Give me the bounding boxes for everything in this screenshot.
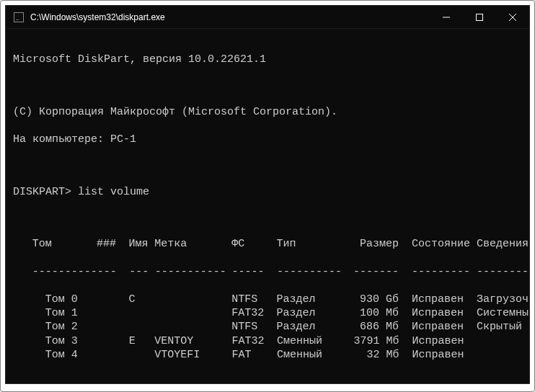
banner-line: Microsoft DiskPart, версия 10.0.22621.1 xyxy=(13,53,522,66)
table-row: Том 1FAT32Раздел100 MбИсправенСистемны xyxy=(13,306,522,320)
computer-line: На компьютере: PC-1 xyxy=(13,133,522,146)
window-title: C:\Windows\system32\diskpart.exe xyxy=(30,12,165,22)
svg-text:_: _ xyxy=(15,14,19,21)
command-1: list volume xyxy=(78,186,149,198)
copyright-line: (C) Корпорация Майкрософт (Microsoft Cor… xyxy=(13,105,522,119)
table-row: Том 2NTFSРаздел686 MбИсправенСкрытый xyxy=(13,320,522,334)
svg-rect-3 xyxy=(477,14,483,20)
app-icon: _ xyxy=(13,12,25,23)
table-row: Том 0CNTFSРаздел930 GбИсправенЗагрузоч xyxy=(13,293,522,306)
table-row: Том 3EVENTOYFAT32Сменный3791 MбИсправен xyxy=(13,334,522,348)
table-header-row: Том###ИмяМеткаФСТипРазмерСостояниеСведен… xyxy=(13,237,522,251)
terminal-output[interactable]: Microsoft DiskPart, версия 10.0.22621.1 … xyxy=(6,29,529,383)
close-button[interactable] xyxy=(496,6,529,28)
maximize-button[interactable] xyxy=(463,6,496,28)
titlebar[interactable]: _ C:\Windows\system32\diskpart.exe xyxy=(6,6,529,29)
console-window: _ C:\Windows\system32\diskpart.exe Micro… xyxy=(5,5,530,384)
prompt-line-1: DISKPART> list volume xyxy=(13,185,522,199)
table-row: Том 4VTOYEFIFATСменный32 MбИсправен xyxy=(13,348,522,362)
table-divider-row: ----------------------------------------… xyxy=(13,265,522,279)
minimize-button[interactable] xyxy=(430,6,463,28)
